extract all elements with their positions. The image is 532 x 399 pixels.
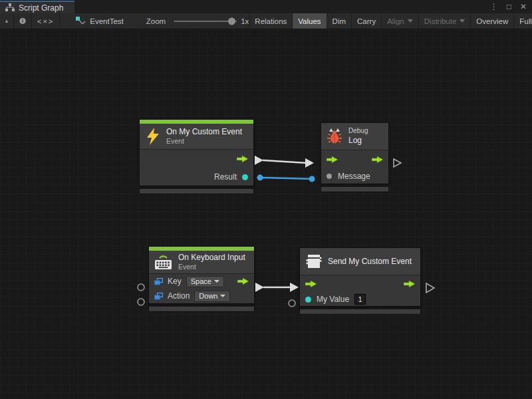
custom-event-icon [306, 254, 322, 269]
graph-selector-button[interactable]: EventTest [70, 13, 129, 29]
control-output-port[interactable] [372, 156, 383, 164]
dim-label: Dim [332, 17, 346, 25]
chevron-down-icon [460, 19, 465, 23]
node-debug-log[interactable]: Debug Log [321, 122, 389, 192]
node-title: Log [348, 136, 368, 146]
node-subtitle: Event [166, 137, 242, 146]
control-input-port[interactable] [305, 280, 317, 288]
control-output-port[interactable] [404, 280, 415, 288]
control-wire-keyboard-to-send[interactable] [255, 283, 299, 292]
overview-label: Overview [476, 17, 508, 25]
zoom-label: Zoom [146, 13, 166, 29]
zoom-slider[interactable] [174, 13, 237, 29]
chevron-down-icon [214, 280, 219, 283]
node-on-my-custom-event[interactable]: On My Custom Event Event Result [139, 119, 254, 194]
window-menu-icon[interactable]: ⋮ [490, 0, 498, 13]
toolbar-right-group: Relations Values Dim Carry Align Distrib… [249, 13, 532, 29]
node-footer [139, 188, 254, 194]
node-on-keyboard-input[interactable]: On Keyboard Input Event Key Space [148, 246, 255, 312]
key-port-label: Key [168, 277, 182, 286]
result-value-port[interactable] [242, 174, 248, 180]
control-wire-event-to-log[interactable] [255, 156, 314, 168]
keyboard-icon [154, 254, 172, 270]
action-port-label: Action [168, 291, 190, 301]
node-title: On Keyboard Input [178, 253, 245, 263]
bug-icon [327, 128, 342, 144]
loose-value-circle[interactable] [138, 299, 144, 305]
my-value-port-label: My Value [317, 295, 349, 304]
node-footer [148, 306, 255, 312]
node-header[interactable]: Send My Custom Event [300, 248, 420, 275]
zoom-slider-track[interactable] [174, 21, 237, 22]
fullscreen-label: Full Screen [519, 17, 532, 25]
fullscreen-button[interactable]: Full Screen [513, 13, 532, 29]
graph-canvas[interactable]: On My Custom Event Event Result [0, 29, 532, 399]
carry-label: Carry [357, 17, 376, 25]
action-dropdown-value: Down [199, 292, 217, 300]
zoom-slider-handle[interactable] [228, 17, 235, 25]
node-header[interactable]: On My Custom Event Event [140, 124, 253, 149]
node-subtitle: Event [178, 263, 245, 271]
key-dropdown[interactable]: Space [186, 276, 224, 287]
loose-value-circle[interactable] [289, 300, 295, 307]
title-bar: Script Graph ⋮ □ ✕ [0, 0, 532, 13]
relations-label: Relations [255, 17, 287, 25]
node-send-my-custom-event[interactable]: Send My Custom Event [299, 247, 421, 315]
lightning-bolt-icon [146, 128, 160, 145]
align-label: Align [387, 17, 404, 25]
script-graph-window: Script Graph ⋮ □ ✕ <×> [0, 0, 532, 399]
enum-icon [154, 278, 163, 285]
tab-label: Script Graph [19, 3, 63, 13]
node-footer [299, 309, 421, 315]
value-wire-result-to-message[interactable] [257, 175, 315, 182]
info-icon [19, 17, 26, 25]
distribute-button[interactable]: Distribute [418, 13, 471, 29]
chevron-down-icon [408, 19, 413, 23]
key-dropdown-value: Space [191, 277, 211, 285]
loose-control-triangle[interactable] [394, 159, 401, 167]
my-value-input[interactable]: 1 [354, 294, 366, 305]
relations-button[interactable]: Relations [249, 13, 292, 29]
node-header[interactable]: Debug Log [321, 123, 388, 150]
tab-script-graph[interactable]: Script Graph [0, 1, 74, 13]
values-label: Values [298, 17, 321, 25]
control-output-port[interactable] [237, 277, 249, 285]
control-output-port[interactable] [237, 155, 248, 163]
node-title: On My Custom Event [166, 127, 242, 137]
node-surtitle: Debug [348, 127, 368, 136]
message-value-port[interactable] [327, 174, 332, 179]
loose-control-triangle[interactable] [426, 283, 434, 293]
control-input-port[interactable] [327, 156, 338, 164]
graph-name: EventTest [90, 17, 124, 25]
action-dropdown[interactable]: Down [194, 291, 230, 302]
distribute-label: Distribute [424, 17, 457, 25]
maximize-icon[interactable]: □ [507, 0, 511, 13]
message-port-label: Message [338, 172, 370, 181]
lock-button[interactable] [0, 13, 14, 29]
result-port-label: Result [214, 172, 237, 182]
enum-icon [154, 293, 163, 300]
node-footer [321, 186, 389, 192]
chevron-down-icon [220, 295, 225, 297]
align-button[interactable]: Align [381, 13, 418, 29]
dim-button[interactable]: Dim [327, 13, 351, 29]
values-button[interactable]: Values [292, 13, 326, 29]
node-title: Send My Custom Event [328, 257, 412, 267]
overview-button[interactable]: Overview [470, 13, 513, 29]
graph-icon [76, 17, 86, 26]
my-value-port[interactable] [305, 297, 311, 303]
info-button[interactable] [14, 13, 32, 29]
carry-button[interactable]: Carry [351, 13, 381, 29]
close-icon[interactable]: ✕ [520, 0, 527, 13]
hierarchy-icon [5, 3, 15, 12]
graph-toolbar: <×> EventTest Zoom 1x Relations Values D… [0, 13, 532, 29]
loose-value-circle[interactable] [138, 284, 144, 291]
zoom-value: 1x [241, 13, 249, 29]
lock-icon [5, 17, 8, 25]
node-header[interactable]: On Keyboard Input Event [149, 251, 254, 273]
code-view-button[interactable]: <×> [32, 13, 60, 29]
